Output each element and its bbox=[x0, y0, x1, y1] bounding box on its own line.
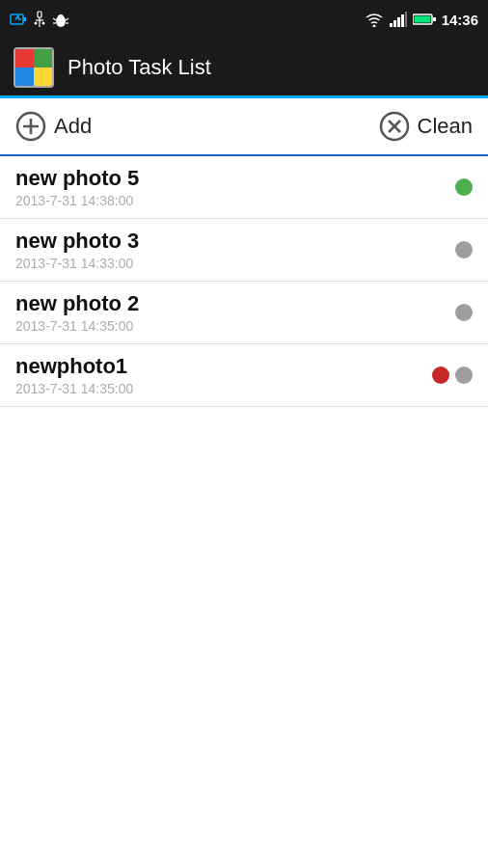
task-info: new photo 22013-7-31 14:35:00 bbox=[15, 291, 139, 334]
task-name: new photo 2 bbox=[15, 291, 139, 316]
task-date: 2013-7-31 14:35:00 bbox=[15, 318, 139, 334]
svg-line-13 bbox=[66, 18, 68, 20]
app-logo bbox=[14, 47, 54, 88]
battery-full-icon bbox=[413, 13, 436, 26]
logo-yellow bbox=[34, 68, 52, 86]
task-name: newphoto1 bbox=[15, 354, 133, 379]
task-item[interactable]: new photo 22013-7-31 14:35:00 bbox=[0, 282, 488, 344]
status-bar: 14:36 bbox=[0, 0, 488, 39]
svg-point-16 bbox=[372, 25, 375, 28]
task-item[interactable]: new photo 32013-7-31 14:33:00 bbox=[0, 219, 488, 282]
svg-rect-17 bbox=[390, 23, 393, 27]
wifi-icon bbox=[365, 12, 384, 27]
logo-green bbox=[34, 49, 52, 68]
svg-rect-0 bbox=[11, 14, 23, 24]
add-icon bbox=[15, 111, 46, 142]
svg-point-9 bbox=[42, 22, 45, 25]
status-dot-red bbox=[432, 366, 449, 384]
task-status bbox=[455, 178, 473, 196]
task-status bbox=[432, 366, 473, 384]
task-item[interactable]: new photo 52013-7-31 14:38:00 bbox=[0, 156, 488, 219]
status-icons-left bbox=[10, 11, 69, 28]
clean-button[interactable]: Clean bbox=[379, 111, 473, 142]
svg-rect-18 bbox=[393, 20, 396, 27]
bug-icon bbox=[52, 11, 69, 28]
logo-red bbox=[15, 49, 34, 68]
task-info: newphoto12013-7-31 14:35:00 bbox=[15, 354, 133, 396]
task-item[interactable]: newphoto12013-7-31 14:35:00 bbox=[0, 344, 488, 407]
clean-icon bbox=[379, 111, 410, 142]
app-title: Photo Task List bbox=[68, 55, 211, 80]
svg-point-11 bbox=[58, 14, 64, 20]
task-date: 2013-7-31 14:35:00 bbox=[15, 381, 133, 396]
title-bar: Photo Task List bbox=[0, 39, 488, 98]
status-dot-gray bbox=[455, 241, 473, 258]
svg-point-8 bbox=[35, 22, 38, 25]
task-date: 2013-7-31 14:33:00 bbox=[15, 256, 139, 271]
svg-rect-23 bbox=[414, 16, 430, 23]
task-status bbox=[455, 241, 473, 258]
svg-rect-24 bbox=[433, 17, 436, 21]
svg-rect-20 bbox=[401, 14, 404, 27]
task-name: new photo 5 bbox=[15, 166, 139, 191]
status-time: 14:36 bbox=[442, 12, 478, 28]
svg-line-12 bbox=[53, 18, 56, 20]
status-icons-right: 14:36 bbox=[365, 12, 478, 28]
status-dot-gray bbox=[455, 366, 473, 384]
task-date: 2013-7-31 14:38:00 bbox=[15, 193, 139, 208]
add-button[interactable]: Add bbox=[15, 111, 92, 142]
battery-charge-icon bbox=[10, 11, 27, 28]
svg-rect-5 bbox=[38, 12, 41, 17]
svg-rect-1 bbox=[23, 17, 26, 21]
svg-rect-21 bbox=[405, 12, 407, 27]
status-dot-gray bbox=[455, 304, 473, 321]
status-dot-green bbox=[455, 178, 473, 196]
signal-icon bbox=[390, 12, 407, 27]
toolbar: Add Clean bbox=[0, 98, 488, 156]
add-label: Add bbox=[54, 114, 92, 139]
svg-rect-19 bbox=[397, 17, 400, 27]
task-status bbox=[455, 304, 473, 321]
logo-blue bbox=[15, 68, 34, 86]
clean-label: Clean bbox=[418, 114, 473, 139]
task-list: new photo 52013-7-31 14:38:00new photo 3… bbox=[0, 156, 488, 407]
usb-icon bbox=[33, 11, 46, 28]
task-info: new photo 52013-7-31 14:38:00 bbox=[15, 166, 139, 208]
task-info: new photo 32013-7-31 14:33:00 bbox=[15, 229, 139, 271]
task-name: new photo 3 bbox=[15, 229, 139, 254]
